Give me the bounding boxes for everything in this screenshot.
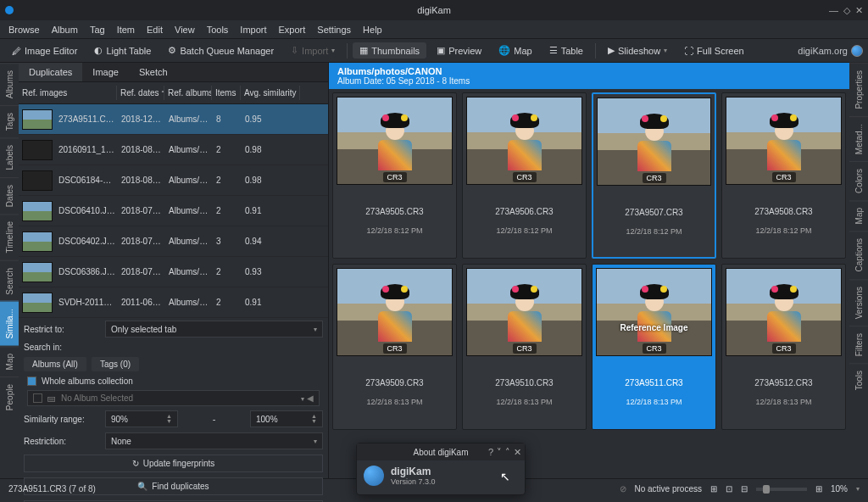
righttab-metad[interactable]: Metad... bbox=[849, 116, 868, 161]
row-items: 2 bbox=[214, 176, 242, 185]
righttab-captions[interactable]: Captions bbox=[849, 231, 868, 278]
menu-tag[interactable]: Tag bbox=[90, 25, 105, 35]
about-close-icon[interactable]: ✕ bbox=[514, 447, 521, 458]
thumbnail-cell[interactable]: ⊕CR3273A9510.CR312/2/18 8:13 PM bbox=[462, 264, 587, 430]
lefttab-dates[interactable]: Dates bbox=[0, 177, 19, 214]
col-items[interactable]: Items bbox=[212, 86, 241, 100]
menu-settings[interactable]: Settings bbox=[317, 25, 351, 35]
lefttab-timeline[interactable]: Timeline bbox=[0, 214, 19, 259]
thumbnail-cell[interactable]: ⊕CR3273A9506.CR312/2/18 8:12 PM bbox=[462, 92, 587, 259]
restrict-combo[interactable]: Only selected tab▾ bbox=[105, 321, 323, 337]
lefttab-labels[interactable]: Labels bbox=[0, 137, 19, 176]
lefttab-people[interactable]: People bbox=[0, 376, 19, 417]
thumbnail-cell[interactable]: ⊕CR3273A9509.CR312/2/18 8:13 PM bbox=[332, 264, 457, 430]
row-album: Albums/pho... bbox=[166, 237, 214, 246]
about-max-icon[interactable]: ˄ bbox=[505, 447, 510, 458]
thumbnails-view-button[interactable]: ▦Thumbnails bbox=[353, 42, 426, 59]
menu-tools[interactable]: Tools bbox=[207, 25, 229, 35]
minimize-icon[interactable]: — bbox=[829, 5, 838, 16]
menu-edit[interactable]: Edit bbox=[147, 25, 163, 35]
sim-max-spinner[interactable]: 100%▲▼ bbox=[250, 410, 323, 427]
righttab-properties[interactable]: Properties bbox=[849, 63, 868, 116]
import-button[interactable]: ⇩Import▾ bbox=[284, 42, 342, 59]
menu-album[interactable]: Album bbox=[52, 25, 78, 35]
restriction-combo[interactable]: None▾ bbox=[105, 432, 323, 449]
zoom-100-icon[interactable]: ⊡ bbox=[726, 484, 732, 494]
col-ref-albums[interactable]: Ref. albums bbox=[164, 86, 212, 100]
duplicate-row[interactable]: DSC06184-DSC06...2018-08-21...Albums/pho… bbox=[19, 165, 328, 196]
duplicate-row[interactable]: DSC06410.JPG2018-07-12...Albums/pho...20… bbox=[19, 196, 328, 226]
thumbnail-cell[interactable]: ⊕CR3273A9507.CR312/2/18 8:12 PM bbox=[592, 92, 716, 259]
zoom-in-icon[interactable]: ⊞ bbox=[815, 484, 822, 494]
thumb-filename: 273A9506.CR3 bbox=[466, 207, 582, 216]
zoom-fit-icon[interactable]: ⊞ bbox=[710, 484, 717, 494]
col-avg-similarity[interactable]: Avg. similarity bbox=[241, 86, 300, 100]
brand-link[interactable]: digiKam.org bbox=[798, 45, 863, 57]
righttab-filters[interactable]: Filters bbox=[849, 326, 868, 363]
thumbnail-image: CR3 bbox=[337, 268, 453, 356]
menu-view[interactable]: View bbox=[175, 25, 195, 35]
menu-browse[interactable]: Browse bbox=[8, 25, 40, 35]
slideshow-button[interactable]: ▶Slideshow▾ bbox=[601, 42, 674, 59]
menu-import[interactable]: Import bbox=[240, 25, 266, 35]
update-fingerprints-button[interactable]: ↻Update fingerprints bbox=[24, 455, 323, 472]
row-thumb bbox=[22, 140, 53, 160]
format-badge: CR3 bbox=[512, 343, 536, 354]
lefttab-map[interactable]: Map bbox=[0, 346, 19, 376]
thumbnail-cell[interactable]: ⊕CR3273A9505.CR312/2/18 8:12 PM bbox=[332, 92, 457, 259]
search-in-label: Search in: bbox=[24, 343, 100, 352]
menu-item[interactable]: Item bbox=[117, 25, 135, 35]
lefttab-search[interactable]: Search bbox=[0, 260, 19, 302]
lefttab-simila[interactable]: Simila... bbox=[0, 301, 19, 346]
righttab-tools[interactable]: Tools bbox=[849, 363, 868, 397]
duplicate-row[interactable]: 273A9511.CR32018-12-02...Albums/pho...80… bbox=[19, 104, 328, 135]
duplicate-row[interactable]: DSC06402.JPG2018-07-12...Albums/pho...30… bbox=[19, 226, 328, 257]
image-editor-button[interactable]: 🖉Image Editor bbox=[5, 43, 84, 59]
thumb-date: 12/2/18 8:13 PM bbox=[337, 398, 453, 406]
duplicate-row[interactable]: 20160911_132121...2018-08-21...Albums/ph… bbox=[19, 135, 328, 165]
righttab-map[interactable]: Map bbox=[849, 200, 868, 231]
tags-zero-tab[interactable]: Tags (0) bbox=[92, 357, 139, 371]
table-view-button[interactable]: ☰Table bbox=[542, 42, 590, 59]
duplicate-row[interactable]: SVDH-20110604-D...2011-06-04...Albums/ph… bbox=[19, 287, 328, 318]
maximize-icon[interactable]: ◇ bbox=[843, 5, 850, 16]
albums-all-tab[interactable]: Albums (All) bbox=[24, 357, 86, 371]
sidetab-sketch[interactable]: Sketch bbox=[129, 63, 178, 81]
sidetab-image[interactable]: Image bbox=[82, 63, 129, 81]
map-view-button[interactable]: 🌐Map bbox=[492, 42, 538, 59]
album-path: Albums/photos/CANON bbox=[337, 66, 841, 76]
duplicate-row[interactable]: DSC06386.JPG2018-07-12...Albums/pho...20… bbox=[19, 257, 328, 287]
col-ref-images[interactable]: Ref. images bbox=[19, 86, 117, 100]
lefttab-albums[interactable]: Albums bbox=[0, 63, 19, 105]
thumb-date: 12/2/18 8:13 PM bbox=[466, 398, 582, 406]
row-name: DSC06184-DSC06... bbox=[56, 176, 119, 185]
thumbnail-cell[interactable]: ⊕CR3273A9508.CR312/2/18 8:12 PM bbox=[721, 92, 846, 259]
col-ref-dates[interactable]: Ref. dates ˄ bbox=[117, 86, 164, 100]
about-help-icon[interactable]: ? bbox=[488, 447, 493, 458]
fullscreen-button[interactable]: ⛶Full Screen bbox=[677, 43, 751, 59]
whole-albums-checkbox[interactable] bbox=[27, 376, 36, 386]
righttab-versions[interactable]: Versions bbox=[849, 279, 868, 326]
lefttab-tags[interactable]: Tags bbox=[0, 105, 19, 137]
row-sim: 0.94 bbox=[242, 237, 276, 246]
menu-export[interactable]: Export bbox=[279, 25, 306, 35]
brand-logo-icon bbox=[851, 45, 863, 57]
light-table-button[interactable]: ◐Light Table bbox=[87, 42, 158, 59]
zoom-out-icon[interactable]: ⊟ bbox=[741, 484, 748, 494]
status-cancel-icon[interactable]: ⊘ bbox=[620, 484, 626, 494]
righttab-colors[interactable]: Colors bbox=[849, 161, 868, 200]
sidetab-duplicates[interactable]: Duplicates bbox=[19, 63, 82, 81]
sim-min-spinner[interactable]: 90%▲▼ bbox=[105, 410, 178, 427]
zoom-slider[interactable] bbox=[756, 488, 807, 491]
thumbnail-cell[interactable]: ⊕Reference ImageCR3273A9511.CR312/2/18 8… bbox=[592, 264, 716, 430]
thumb-filename: 273A9507.CR3 bbox=[597, 208, 711, 217]
album-selector[interactable]: 🖴No Album Selected ▾ ◀ bbox=[27, 390, 320, 406]
about-min-icon[interactable]: ˅ bbox=[497, 447, 502, 458]
thumbnail-cell[interactable]: ⊕CR3273A9512.CR312/2/18 8:13 PM bbox=[721, 264, 846, 430]
close-icon[interactable]: ✕ bbox=[855, 5, 863, 16]
album-item-checkbox[interactable] bbox=[33, 393, 42, 403]
preview-view-button[interactable]: ▣Preview bbox=[430, 42, 488, 59]
menu-help[interactable]: Help bbox=[363, 25, 382, 35]
clear-icon[interactable]: ◀ bbox=[307, 393, 314, 403]
batch-queue-button[interactable]: ⚙Batch Queue Manager bbox=[161, 42, 281, 59]
